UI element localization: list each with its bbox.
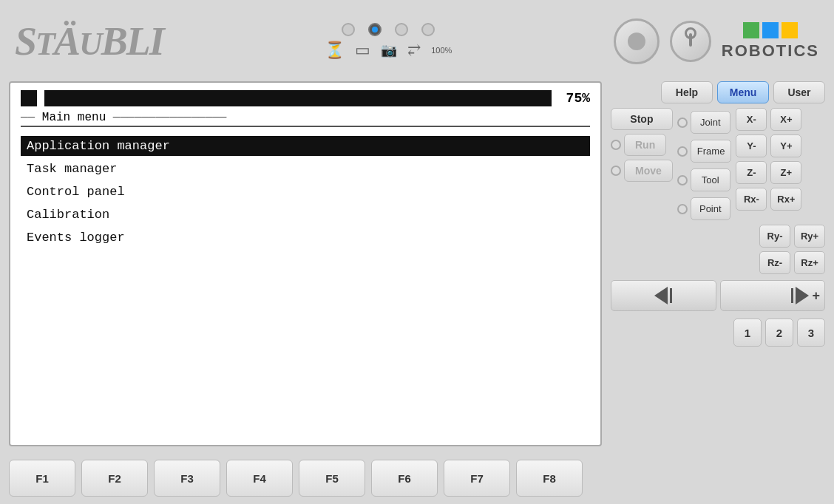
num-3-button[interactable]: 3 <box>797 319 825 347</box>
axis-row-X: X-X+ <box>736 108 801 131</box>
axis-btn-Zminus[interactable]: Z- <box>736 161 767 184</box>
mode-frame-row: Frame <box>677 140 732 163</box>
title-dashes-right: ―――――――――――――――― <box>113 111 227 124</box>
fkey-f6-button[interactable]: F6 <box>371 460 438 497</box>
toolbar-icons: ⏳ ▭ 📷 ⥂ 100% <box>325 41 452 60</box>
speed-decrease-button[interactable] <box>611 280 716 311</box>
brand: ROBOTICS <box>722 22 819 61</box>
axis-btn-Xplus[interactable]: X+ <box>770 108 801 131</box>
header: STÄUBLI ⏳ ▭ 📷 ⥂ 100% <box>0 0 834 81</box>
menu-item-4[interactable]: Events logger <box>21 228 590 248</box>
tool-radio <box>677 175 688 185</box>
fkey-f3-button[interactable]: F3 <box>154 460 220 497</box>
menu-item-3[interactable]: Calibration <box>21 205 590 225</box>
screen-indicator-block <box>21 90 37 106</box>
ryz-row-Ry: Ry-Ry+ <box>759 225 825 248</box>
axis-row-Rx: Rx-Rx+ <box>736 188 801 211</box>
ryz-row-Rz: Rz-Rz+ <box>759 251 825 274</box>
point-button[interactable]: Point <box>691 197 730 220</box>
menu-list: Application managerTask managerControl p… <box>21 136 590 248</box>
joint-button[interactable]: Joint <box>691 111 730 134</box>
screen-panel: 75% ―― Main menu ―――――――――――――――― Applic… <box>9 81 602 446</box>
axis-btn-Xminus[interactable]: X- <box>736 108 767 131</box>
radio-row <box>342 23 435 36</box>
menu-item-2[interactable]: Control panel <box>21 182 590 202</box>
screen-icon[interactable]: ▭ <box>355 41 370 60</box>
radio-indicator-4 <box>421 23 435 36</box>
num-2-button[interactable]: 2 <box>765 319 793 347</box>
move-control-row: Move <box>611 160 673 182</box>
emergency-button[interactable] <box>614 18 660 64</box>
num-1-button[interactable]: 1 <box>733 319 762 347</box>
run-control-row: Run <box>611 134 673 156</box>
mode-point-row: Point <box>677 197 732 220</box>
screen-title: ―― Main menu ―――――――――――――――― <box>21 111 590 127</box>
axis-btn-Rxplus[interactable]: Rx+ <box>770 188 801 211</box>
power-button[interactable] <box>670 21 711 62</box>
axis-btn-Ryminus[interactable]: Ry- <box>759 225 790 248</box>
radio-indicator-1 <box>342 23 355 36</box>
menu-item-0[interactable]: Application manager <box>21 136 590 156</box>
axis-btn-Yminus[interactable]: Y- <box>736 134 767 157</box>
logo: STÄUBLI <box>15 18 163 64</box>
speed-row: + <box>611 280 825 311</box>
fkey-f8-button[interactable]: F8 <box>516 460 583 497</box>
frame-radio <box>677 146 688 157</box>
fkey-row: F1F2F3F4F5F6F7F8 <box>0 452 834 504</box>
top-control-buttons: Help Menu User <box>611 81 825 103</box>
axis-btn-Rzplus[interactable]: Rz+ <box>794 251 825 274</box>
menu-button[interactable]: Menu <box>717 81 769 103</box>
axis-row-Y: Y-Y+ <box>736 134 801 157</box>
percent-label: 100% <box>431 46 452 55</box>
axis-btn-Rxminus[interactable]: Rx- <box>736 188 767 211</box>
mode-radio-col: Joint Frame Tool Point <box>677 108 732 220</box>
resize-icon[interactable]: ⥂ <box>407 41 421 60</box>
fkey-f4-button[interactable]: F4 <box>226 460 293 497</box>
frame-button[interactable]: Frame <box>691 140 732 163</box>
brand-block-blue <box>762 22 779 38</box>
screen-percent: 75% <box>566 91 590 106</box>
axis-btn-Ryplus[interactable]: Ry+ <box>794 225 825 248</box>
logo-text: STÄUBLI <box>15 19 163 64</box>
fkey-f7-button[interactable]: F7 <box>444 460 510 497</box>
help-button[interactable]: Help <box>661 81 713 103</box>
brand-block-green <box>743 22 759 38</box>
brand-block-yellow <box>782 22 798 38</box>
axis-btn-Yplus[interactable]: Y+ <box>770 134 801 157</box>
stop-button[interactable]: Stop <box>611 108 673 130</box>
screen-header: 75% <box>21 90 590 106</box>
speed-increase-icon <box>796 287 809 304</box>
title-dashes: ―― <box>21 111 35 124</box>
joint-radio <box>677 118 688 128</box>
point-radio <box>677 204 688 214</box>
menu-item-1[interactable]: Task manager <box>21 159 590 179</box>
user-button[interactable]: User <box>773 81 825 103</box>
main-area: 75% ―― Main menu ―――――――――――――――― Applic… <box>0 81 834 452</box>
header-right: ROBOTICS <box>614 18 819 64</box>
fkey-f5-button[interactable]: F5 <box>299 460 365 497</box>
mode-joint-row: Joint <box>677 111 732 134</box>
speed-plus-label: + <box>812 288 820 304</box>
mode-tool-row: Tool <box>677 168 732 191</box>
axis-control-area: Stop Run Move Joint Frame <box>611 108 825 220</box>
move-button[interactable]: Move <box>624 160 673 182</box>
radio-indicator-2 <box>368 23 382 36</box>
axis-row-Z: Z-Z+ <box>736 161 801 184</box>
speed-decrease-icon <box>654 287 668 304</box>
ryz-buttons: Ry-Ry+Rz-Rz+ <box>611 225 825 274</box>
fkey-f2-button[interactable]: F2 <box>81 460 148 497</box>
brand-label: ROBOTICS <box>722 41 819 61</box>
header-center: ⏳ ▭ 📷 ⥂ 100% <box>325 23 452 60</box>
brand-blocks <box>743 22 798 38</box>
num-row: 1 2 3 <box>611 319 825 347</box>
axis-btn-Zplus[interactable]: Z+ <box>770 161 801 184</box>
speed-increase-button[interactable]: + <box>720 280 826 311</box>
tool-button[interactable]: Tool <box>691 168 730 191</box>
camera-icon[interactable]: 📷 <box>381 42 397 58</box>
robot-icon[interactable]: ⏳ <box>325 41 345 60</box>
axis-btn-Rzminus[interactable]: Rz- <box>759 251 790 274</box>
main-menu-title: Main menu <box>42 111 106 124</box>
axis-buttons: X-X+Y-Y+Z-Z+Rx-Rx+ <box>736 108 801 220</box>
fkey-f1-button[interactable]: F1 <box>9 460 75 497</box>
run-button[interactable]: Run <box>624 134 666 156</box>
